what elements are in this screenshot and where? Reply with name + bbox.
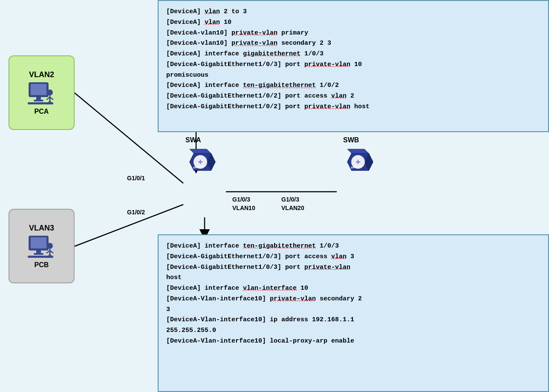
vlan3-label: VLAN3 [29, 224, 54, 233]
code-line-1: [DeviceA] vlan 2 to 3 [166, 7, 540, 17]
vlan2-box: VLAN2 PCA [9, 55, 75, 130]
svg-marker-28 [190, 149, 211, 153]
code-line-b10: [DeviceA-Vlan-interface10] local-proxy-a… [166, 336, 540, 347]
swa-switch-icon: ✛ SWITCH [170, 147, 217, 185]
pcb-icon [27, 235, 57, 259]
code-line-4: [DeviceA-vlan10] private-vlan secondary … [166, 38, 540, 49]
svg-rect-8 [34, 100, 43, 101]
svg-rect-17 [31, 237, 46, 248]
swb-switch-icon: ✛ SWITCH [328, 147, 375, 185]
code-box-top: [DeviceA] vlan 2 to 3 [DeviceA] vlan 10 … [158, 0, 549, 132]
swa-container: SWA ✛ SWITCH [170, 147, 217, 187]
pcb-label: PCB [35, 261, 49, 269]
port-g102-label: G1/0/2 [127, 209, 145, 216]
svg-rect-19 [34, 253, 43, 255]
code-line-2: [DeviceA] vlan 10 [166, 17, 540, 28]
svg-rect-6 [31, 84, 46, 95]
code-line-b5: [DeviceA] interface vlan-interface 10 [166, 283, 540, 294]
code-line-b8: [DeviceA-Vlan-interface10] ip address 19… [166, 315, 540, 326]
code-line-8: [DeviceA] interface ten-gigabitethernet … [166, 81, 540, 91]
svg-marker-34 [347, 149, 369, 153]
code-box-bottom: [DeviceA] interface ten-gigabitethernet … [158, 234, 549, 392]
svg-rect-18 [36, 250, 41, 254]
code-line-b4: host [166, 273, 540, 283]
port-g101-label: G1/0/1 [127, 175, 145, 182]
code-line-b2: [DeviceA-GigabitEthernet1/0/3] port acce… [166, 252, 540, 262]
vlan3-box: VLAN3 PCB [9, 209, 75, 283]
port-g103-swb-label: G1/0/3 [281, 196, 299, 203]
pca-label: PCA [35, 108, 49, 115]
svg-rect-20 [28, 256, 53, 258]
swb-label: SWB [343, 136, 359, 144]
svg-point-10 [47, 89, 53, 95]
svg-point-21 [47, 243, 53, 249]
swa-label: SWA [185, 136, 201, 144]
vlan20-sublabel: VLAN20 [281, 205, 304, 211]
code-line-b9: 255.255.255.0 [166, 326, 540, 336]
pca-icon [27, 82, 57, 105]
code-line-9: [DeviceA-GigabitEthernet1/0/2] port acce… [166, 91, 540, 102]
code-line-3: [DeviceA-vlan10] private-vlan primary [166, 28, 540, 39]
vlan10-sublabel: VLAN10 [232, 205, 255, 211]
svg-rect-7 [36, 97, 41, 100]
code-line-b7: 3 [166, 305, 540, 315]
code-line-5: [DeviceA] interface gigabitethernet 1/0/… [166, 49, 540, 60]
code-line-10: [DeviceA-GigabitEthernet1/0/2] port priv… [166, 102, 540, 112]
code-line-7: promiscuous [166, 70, 540, 81]
vlan2-label: VLAN2 [29, 70, 54, 79]
code-line-b6: [DeviceA-Vlan-interface10] private-vlan … [166, 294, 540, 305]
code-line-b1: [DeviceA] interface ten-gigabitethernet … [166, 241, 540, 252]
swb-container: SWB ✛ SWITCH [328, 147, 375, 187]
port-g103-swa-label: G1/0/3 [232, 196, 250, 203]
svg-rect-9 [28, 102, 53, 104]
code-line-6: [DeviceA-GigabitEthernet1/0/3] port priv… [166, 60, 540, 70]
code-line-b3: [DeviceA-GigabitEthernet1/0/3] port priv… [166, 262, 540, 273]
